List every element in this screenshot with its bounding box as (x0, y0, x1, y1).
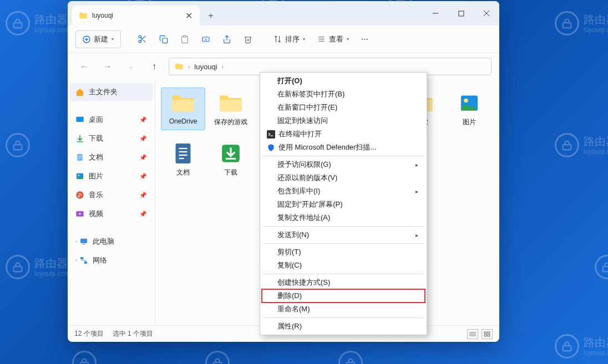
item-label: 保存的游戏 (214, 117, 247, 127)
menu-create-shortcut[interactable]: 创建快捷方式(S) (262, 276, 425, 289)
menu-properties[interactable]: 属性(R) (262, 320, 425, 333)
chevron-right-icon: ▸ (416, 162, 418, 168)
menu-pin-start[interactable]: 固定到"开始"屏幕(P) (262, 198, 425, 211)
menu-defender-scan[interactable]: 使用 Microsoft Defender扫描... (262, 141, 425, 154)
new-button[interactable]: 新建 ▾ (75, 30, 121, 48)
copy-icon (159, 35, 168, 44)
svg-line-24 (141, 38, 143, 39)
pin-icon: 📌 (139, 173, 147, 180)
sidebar-item-music[interactable]: 音乐 📌 (70, 186, 153, 204)
document-icon (173, 142, 194, 165)
crumb-arrow-icon[interactable]: › (188, 64, 190, 70)
crumb-arrow-icon[interactable]: › (222, 64, 224, 70)
details-view-button[interactable] (467, 329, 478, 339)
svg-rect-6 (563, 145, 571, 150)
svg-point-39 (78, 175, 80, 176)
maximize-button[interactable] (448, 1, 474, 25)
trash-icon (244, 35, 252, 44)
item-label: 下载 (224, 168, 237, 177)
close-button[interactable] (474, 1, 499, 25)
paste-button[interactable] (176, 30, 194, 48)
menu-give-access[interactable]: 授予访问权限(G)▸ (262, 158, 425, 171)
download-icon (75, 134, 84, 143)
sidebar-item-desktop[interactable]: 桌面 📌 (70, 111, 153, 129)
delete-button[interactable] (239, 30, 257, 48)
back-button[interactable]: ← (75, 58, 93, 75)
tab-luyouqi[interactable]: luyouqi ✕ (72, 6, 200, 25)
sidebar-item-documents[interactable]: 文档 📌 (70, 148, 153, 166)
menu-pin-quick-access[interactable]: 固定到快速访问 (262, 114, 425, 127)
svg-rect-5 (14, 145, 22, 150)
svg-point-49 (464, 99, 468, 103)
item-label: OneDrive (169, 117, 197, 125)
sidebar-label: 视频 (89, 209, 103, 219)
music-icon (75, 191, 84, 199)
menu-label: 删除(D) (277, 291, 302, 301)
minimize-button[interactable] (423, 1, 448, 25)
sidebar-label: 此电脑 (93, 237, 114, 247)
menu-label: 打开(O) (277, 76, 302, 86)
menu-copy[interactable]: 复制(C) (262, 259, 425, 272)
cut-button[interactable] (133, 30, 151, 48)
folder-downloads[interactable]: 下载 (209, 138, 253, 181)
folder-icon (79, 11, 88, 20)
folder-saved-games[interactable]: 保存的游戏 (209, 88, 253, 130)
svg-line-23 (143, 40, 145, 42)
folder-icon (171, 93, 195, 113)
up-button[interactable]: ↑ (145, 58, 163, 75)
share-button[interactable] (218, 30, 236, 48)
menu-copy-path[interactable]: 复制文件地址(A) (262, 211, 425, 224)
menu-rename[interactable]: 重命名(M) (262, 303, 425, 316)
icons-view-button[interactable] (482, 329, 493, 339)
svg-rect-33 (76, 117, 83, 122)
recent-button[interactable]: ⌄ (122, 58, 140, 75)
menu-open-new-window[interactable]: 在新窗口中打开(E) (262, 101, 425, 114)
svg-rect-63 (267, 130, 275, 139)
view-label: 查看 (329, 34, 343, 44)
svg-rect-46 (80, 257, 83, 259)
forward-button[interactable]: → (99, 58, 116, 75)
menu-label: 固定到快速访问 (277, 116, 328, 126)
menu-include-library[interactable]: 包含到库中(I)▸ (262, 184, 425, 198)
context-menu: 打开(O) 在新标签页中打开(B) 在新窗口中打开(E) 固定到快速访问 在终端… (260, 72, 427, 335)
sidebar-item-network[interactable]: › 网络 (70, 252, 153, 269)
tab-label: luyouqi (92, 12, 180, 19)
folder-documents[interactable]: 文档 (161, 138, 205, 181)
menu-open-terminal[interactable]: 在终端中打开 (262, 127, 425, 141)
tab-close-icon[interactable]: ✕ (184, 11, 193, 20)
sidebar-item-thispc[interactable]: › 此电脑 (70, 233, 153, 250)
sidebar-label: 桌面 (89, 115, 103, 125)
menu-label: 使用 Microsoft Defender扫描... (278, 142, 376, 152)
menu-open-new-tab[interactable]: 在新标签页中打开(B) (262, 88, 425, 101)
computer-icon (79, 237, 88, 246)
sidebar-item-videos[interactable]: 视频 📌 (70, 205, 153, 223)
rename-button[interactable]: A (197, 30, 215, 48)
copy-button[interactable] (155, 30, 173, 48)
scissors-icon (138, 34, 147, 44)
svg-rect-8 (603, 266, 608, 271)
view-button[interactable]: 查看 ▾ (313, 30, 353, 48)
folder-onedrive[interactable]: OneDrive (161, 88, 205, 130)
menu-restore-versions[interactable]: 还原以前的版本(V) (262, 171, 425, 184)
sidebar-item-home[interactable]: 主文件夹 (70, 83, 153, 101)
menu-send-to[interactable]: 发送到(N)▸ (262, 228, 425, 242)
sidebar-label: 图片 (89, 172, 103, 181)
view-icon (317, 35, 326, 43)
pictures-icon (458, 93, 481, 113)
sidebar-item-pictures[interactable]: 图片 📌 (70, 167, 153, 185)
menu-delete[interactable]: 删除(D) (262, 289, 425, 303)
folder-pictures[interactable]: 图片 (447, 88, 492, 130)
menu-open[interactable]: 打开(O) (262, 74, 425, 88)
menu-cut[interactable]: 剪切(T) (262, 245, 425, 259)
item-label: 文档 (176, 168, 190, 177)
home-icon (75, 88, 84, 96)
sort-button[interactable]: 排序 ▾ (269, 30, 310, 48)
new-tab-button[interactable]: ＋ (200, 6, 222, 25)
sidebar: 主文件夹 桌面 📌 下载 📌 文档 📌 图片 📌 (68, 80, 155, 325)
new-label: 新建 (94, 34, 108, 44)
more-button[interactable]: ⋯ (357, 30, 373, 48)
download-icon (220, 143, 241, 164)
sidebar-item-downloads[interactable]: 下载 📌 (70, 130, 153, 147)
breadcrumb-segment[interactable]: luyouqi (194, 63, 217, 71)
svg-point-21 (139, 40, 141, 43)
